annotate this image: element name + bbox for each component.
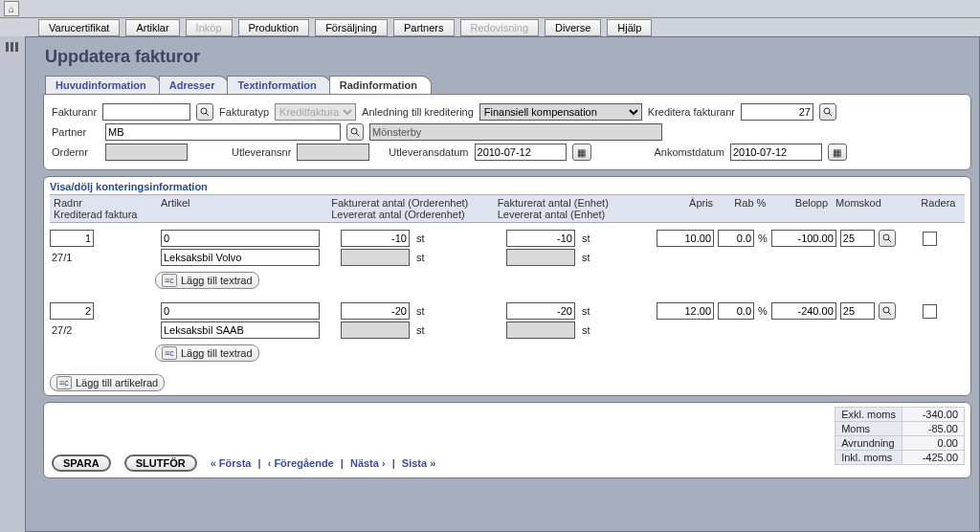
momskod-input[interactable] <box>840 302 875 320</box>
anledning-select[interactable]: Finansiell kompensation <box>479 103 642 121</box>
add-article-row-button[interactable]: ≡cLägg till artikelrad <box>50 374 165 391</box>
grid-header: RadnrKrediterad faktura Artikel Fakturer… <box>50 194 965 223</box>
partner-search-icon[interactable] <box>346 123 364 141</box>
svg-line-3 <box>829 113 832 116</box>
menu-varucertifikat[interactable]: Varucertifikat <box>38 19 120 36</box>
svg-line-7 <box>888 239 891 242</box>
anledning-label: Anledning till kreditering <box>362 106 474 118</box>
menu-artiklar[interactable]: Artiklar <box>125 19 179 36</box>
unit-label: st <box>579 324 653 336</box>
table-row: stst%27/1stst≡cLägg till textrad <box>50 229 965 290</box>
tab-huvudinformation[interactable]: Huvudinformation <box>45 76 161 94</box>
krediterad-faktura-label: 27/1 <box>50 252 94 263</box>
lines-panel: Visa/dölj konteringsinformation RadnrKre… <box>43 176 971 396</box>
col-radera: Radera <box>921 197 955 209</box>
rab-input[interactable] <box>718 302 754 320</box>
svg-line-1 <box>206 113 209 116</box>
col-qu1: Fakturerat antal (Enhet) <box>498 197 609 209</box>
col-qo1: Fakturerat antal (Orderenhet) <box>331 197 468 209</box>
ordernr-label: Ordernr <box>52 146 100 158</box>
inkl-value: -425.00 <box>902 451 965 465</box>
fakt-qty-order-input[interactable] <box>341 302 410 320</box>
article-code-input[interactable] <box>161 230 320 247</box>
svg-line-5 <box>356 133 359 136</box>
fakt-qty-unit-input[interactable] <box>506 302 575 320</box>
utlevdatum-label: Utleveransdatum <box>389 146 468 158</box>
fakturatyp-select[interactable]: Kreditfaktura <box>275 103 356 121</box>
avr-label: Avrundning <box>835 436 902 451</box>
save-button[interactable]: SPARA <box>52 454 111 472</box>
window-titlebar: ⌂ <box>0 0 980 18</box>
article-name-input[interactable] <box>161 321 320 339</box>
menu-forsaljning[interactable]: Försäljning <box>315 19 388 36</box>
unit-label: st <box>413 305 502 317</box>
apris-input[interactable] <box>657 230 714 247</box>
fakturatyp-label: Fakturatyp <box>219 106 269 118</box>
radera-checkbox[interactable] <box>923 304 937 319</box>
unit-label: st <box>579 252 653 263</box>
percent-label: % <box>758 305 768 317</box>
partner-name-display <box>369 123 662 141</box>
record-nav: « Första | ‹ Föregående | Nästa › | Sist… <box>211 457 436 469</box>
finish-button[interactable]: SLUTFÖR <box>124 454 197 472</box>
add-row-icon: ≡c <box>162 274 177 287</box>
col-rab: Rab % <box>734 197 766 209</box>
article-name-input[interactable] <box>161 249 320 266</box>
home-icon[interactable]: ⌂ <box>4 1 19 16</box>
menu-partners[interactable]: Partners <box>393 19 455 36</box>
belopp-input[interactable] <box>771 230 836 247</box>
svg-line-9 <box>888 312 891 315</box>
menu-produktion[interactable]: Produktion <box>238 19 310 36</box>
momskod-search-icon[interactable] <box>879 230 896 247</box>
partner-code-input[interactable] <box>105 123 341 141</box>
rail-columns-icon[interactable] <box>6 42 19 52</box>
add-textrow-button[interactable]: ≡cLägg till textrad <box>155 272 259 289</box>
ankomst-label: Ankomstdatum <box>655 146 724 158</box>
nav-last[interactable]: Sista » <box>402 457 435 469</box>
col-qo2: Levererat antal (Orderenhet) <box>331 209 464 220</box>
rab-input[interactable] <box>718 230 754 247</box>
fakt-qty-unit-input[interactable] <box>506 230 575 247</box>
menu-diverse[interactable]: Diverse <box>545 19 601 36</box>
fakt-qty-order-input[interactable] <box>341 230 410 247</box>
utlevdatum-calendar-icon[interactable]: ▦ <box>572 144 591 161</box>
nav-first[interactable]: « Första <box>211 457 252 469</box>
tab-radinformation[interactable]: Radinformation <box>329 76 432 94</box>
krediteranr-input[interactable] <box>741 103 813 121</box>
col-qu2: Levererat antal (Enhet) <box>498 209 606 220</box>
fakturanr-search-icon[interactable] <box>196 103 213 121</box>
tab-adresser[interactable]: Adresser <box>159 76 230 94</box>
utlevdatum-input[interactable] <box>475 144 567 161</box>
krediteranr-search-icon[interactable] <box>819 103 836 121</box>
momskod-input[interactable] <box>840 230 875 247</box>
radnr-input[interactable] <box>50 302 94 320</box>
inkl-label: Inkl. moms <box>835 451 902 465</box>
add-textrow-button[interactable]: ≡cLägg till textrad <box>155 344 259 362</box>
menu-inkop[interactable]: Inköp <box>186 19 233 36</box>
unit-label: st <box>413 324 502 336</box>
menu-redovisning[interactable]: Redovisning <box>460 19 540 36</box>
radnr-input[interactable] <box>50 230 94 247</box>
belopp-input[interactable] <box>771 302 836 320</box>
left-rail <box>0 36 26 532</box>
radera-checkbox[interactable] <box>923 232 937 246</box>
article-code-input[interactable] <box>161 302 320 320</box>
utlevnr-input <box>297 144 369 161</box>
lev-qty-order-input <box>341 321 410 339</box>
menu-hjalp[interactable]: Hjälp <box>607 19 652 36</box>
col-belopp: Belopp <box>795 197 828 209</box>
col-apris: Ápris <box>689 197 713 209</box>
momskod-search-icon[interactable] <box>879 302 896 320</box>
unit-label: st <box>413 252 502 263</box>
ankomst-input[interactable] <box>730 144 822 161</box>
section-toggle[interactable]: Visa/dölj konteringsinformation <box>50 181 965 192</box>
fakturanr-input[interactable] <box>102 103 190 121</box>
ankomst-calendar-icon[interactable]: ▦ <box>828 144 847 161</box>
nav-prev[interactable]: ‹ Föregående <box>268 457 334 469</box>
apris-input[interactable] <box>657 302 714 320</box>
fakturanr-label: Fakturanr <box>52 106 97 118</box>
tab-textinformation[interactable]: Textinformation <box>227 76 330 94</box>
lev-qty-order-input <box>341 249 410 266</box>
nav-next[interactable]: Nästa › <box>350 457 386 469</box>
add-row-icon: ≡c <box>56 376 72 389</box>
